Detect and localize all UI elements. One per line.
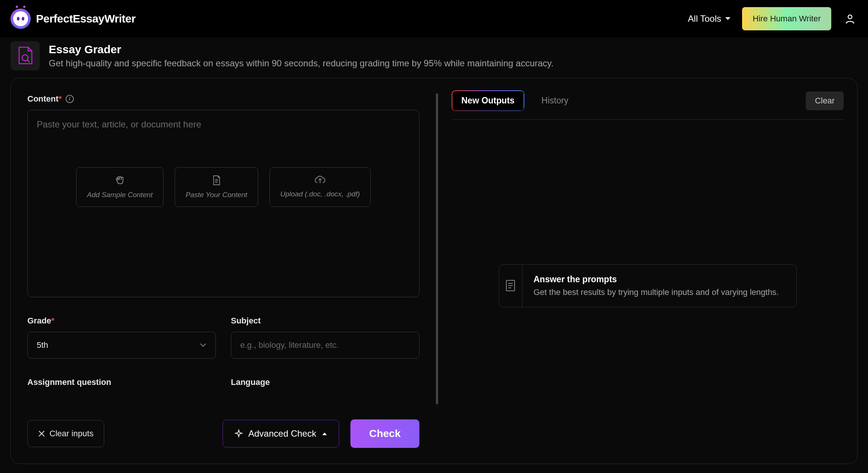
header-actions: All Tools Hire Human Writer [688,7,858,30]
content-textarea[interactable]: Paste your text, article, or document he… [27,110,419,297]
clear-output-button[interactable]: Clear [806,91,844,110]
check-button[interactable]: Check [350,419,419,448]
tab-new-outputs[interactable]: New Outputs [452,90,524,111]
grade-value: 5th [37,340,48,350]
caret-down-icon [725,17,731,21]
content-placeholder: Paste your text, article, or document he… [37,119,410,130]
hand-wave-icon [115,175,125,186]
upload-button[interactable]: Upload (.doc, .docx, .pdf) [269,167,371,207]
subject-input[interactable] [231,332,419,359]
empty-state-card: Answer the prompts Get the best results … [499,264,797,307]
user-profile-icon[interactable] [843,11,858,26]
svg-point-0 [848,15,852,19]
logo-text: PerfectEssayWriter [36,12,136,25]
tab-history[interactable]: History [532,90,578,111]
caret-up-icon [322,431,328,436]
output-content: Answer the prompts Get the best results … [452,120,844,452]
document-icon [499,265,522,307]
clear-inputs-button[interactable]: Clear inputs [27,420,104,447]
cloud-upload-icon [314,175,326,185]
grade-select[interactable]: 5th [27,332,216,359]
main-container: Content* i Paste your text, article, or … [10,78,858,464]
all-tools-label: All Tools [688,13,721,24]
svg-point-1 [22,55,28,61]
content-label: Content* i [27,94,419,104]
assignment-label: Assignment question [27,377,216,387]
paste-content-button[interactable]: Paste Your Content [175,167,258,207]
add-sample-content-button[interactable]: Add Sample Content [76,167,163,207]
empty-state-subtitle: Get the best results by trying multiple … [534,287,779,297]
grade-label: Grade* [27,316,216,326]
empty-state-title: Answer the prompts [534,274,779,284]
document-icon [212,175,221,186]
page-subtitle: Get high-quality and specific feedback o… [49,58,554,69]
all-tools-dropdown[interactable]: All Tools [688,13,731,24]
advanced-check-button[interactable]: Advanced Check [223,420,339,448]
logo-icon [10,9,31,29]
page-header: Essay Grader Get high-quality and specif… [0,37,868,78]
main-header: PerfectEssayWriter All Tools Hire Human … [0,0,868,37]
close-icon [38,430,45,437]
output-panel: New Outputs History Clear Answer the pro… [438,78,857,464]
page-icon [10,41,40,70]
logo[interactable]: PerfectEssayWriter [10,9,136,29]
content-helper-buttons: Add Sample Content Paste Your Content Up… [37,167,410,207]
input-panel: Content* i Paste your text, article, or … [11,78,436,464]
sparkle-icon [234,429,243,438]
language-label: Language [231,377,419,387]
page-title: Essay Grader [49,43,554,56]
subject-label: Subject [231,316,419,326]
info-icon[interactable]: i [66,95,74,103]
chevron-down-icon [200,343,207,347]
output-tabs: New Outputs History Clear [452,90,844,120]
bottom-actions: Clear inputs Advanced Check Check [27,408,419,448]
hire-human-writer-button[interactable]: Hire Human Writer [742,7,831,30]
